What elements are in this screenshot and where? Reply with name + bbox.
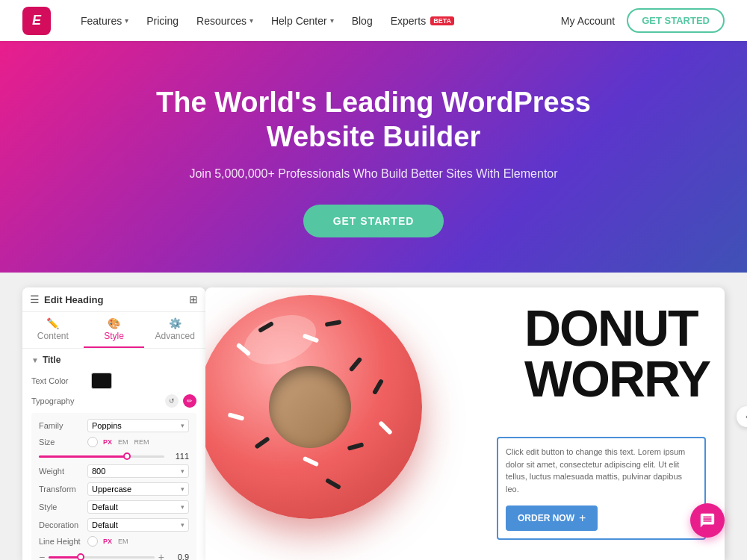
sprinkle-10 [378, 420, 393, 435]
donut-hole [269, 366, 351, 448]
order-now-plus-icon: + [579, 511, 586, 525]
chat-bubble-button[interactable] [690, 503, 725, 538]
tab-style[interactable]: 🎨 Style [84, 312, 145, 348]
transform-select-value: Uppercase [92, 485, 131, 494]
nav-pricing[interactable]: Pricing [139, 10, 186, 31]
line-height-minus-button[interactable]: − [39, 551, 45, 560]
logo[interactable]: E [22, 7, 51, 35]
text-color-label: Text Color [31, 376, 91, 385]
editor-header: ☰ Edit Heading ⊞ [22, 287, 205, 312]
style-tab-icon: 🎨 [108, 317, 120, 329]
order-now-label: ORDER NOW [518, 513, 574, 523]
nav-helpcenter[interactable]: Help Center ▾ [264, 10, 341, 31]
decoration-label: Decoration [39, 520, 87, 529]
donut-text-line2: WORRY [524, 353, 710, 404]
content-tab-label: Content [37, 331, 69, 341]
size-field: Size PX EM REM [39, 437, 189, 447]
line-height-field: Line Height PX EM [39, 536, 189, 547]
nav-resources[interactable]: Resources ▾ [189, 10, 261, 31]
sprinkle-3 [325, 320, 342, 327]
sprinkle-11 [372, 379, 384, 395]
transform-select[interactable]: Uppercase ▾ [87, 482, 189, 496]
nav-experts[interactable]: Experts BETA [383, 10, 462, 31]
line-height-value-display: 0.9 [168, 553, 189, 560]
decoration-value: Default ▾ [87, 518, 189, 532]
transform-field: Transform Uppercase ▾ [39, 482, 189, 496]
content-tab-icon: ✏️ [46, 317, 59, 329]
navbar: E Features ▾ Pricing Resources ▾ Help Ce… [0, 0, 747, 41]
resources-chevron-icon: ▾ [249, 16, 253, 25]
demo-canvas-inner: DONUT WORRY Click edit button to change … [205, 287, 725, 560]
grid-icon[interactable]: ⊞ [189, 293, 198, 305]
helpcenter-chevron-icon: ▾ [330, 16, 334, 25]
blog-label: Blog [352, 15, 373, 27]
text-color-swatch[interactable] [91, 373, 112, 389]
nav-features[interactable]: Features ▾ [73, 10, 136, 31]
order-now-button[interactable]: ORDER NOW + [506, 505, 598, 531]
size-slider[interactable] [39, 455, 164, 458]
family-select[interactable]: Poppins ▾ [87, 419, 189, 432]
my-account-link[interactable]: My Account [561, 15, 615, 27]
line-height-slider-thumb[interactable] [77, 553, 84, 560]
line-height-slider-row: − + 0.9 [39, 551, 189, 560]
size-units: PX EM REM [101, 438, 152, 447]
decoration-select-value: Default [92, 520, 118, 529]
hero-headline: The World's Leading WordPress Website Bu… [112, 86, 635, 154]
chat-icon [699, 512, 716, 529]
demo-canvas: DONUT WORRY Click edit button to change … [205, 287, 725, 560]
style-select[interactable]: Default ▾ [87, 500, 189, 514]
editor-body: ▼ Title Text Color Typography ↺ ✏ [22, 349, 205, 560]
title-section-header: ▼ Title [31, 355, 196, 365]
line-height-controls: PX EM [87, 536, 189, 547]
family-field: Family Poppins ▾ [39, 419, 189, 432]
size-value-display: 111 [168, 452, 189, 461]
nav-blog[interactable]: Blog [344, 10, 380, 31]
transform-value: Uppercase ▾ [87, 482, 189, 496]
line-height-plus-button[interactable]: + [158, 551, 164, 560]
tab-content[interactable]: ✏️ Content [22, 312, 84, 348]
line-height-label: Line Height [39, 537, 87, 546]
style-value: Default ▾ [87, 500, 189, 514]
typography-refresh-icon[interactable]: ↺ [165, 394, 179, 408]
tab-advanced[interactable]: ⚙️ Advanced [144, 312, 205, 348]
experts-badge: BETA [430, 16, 454, 25]
title-collapse-icon[interactable]: ▼ [31, 356, 39, 364]
family-label: Family [39, 421, 87, 430]
typography-edit-icon[interactable]: ✏ [183, 394, 196, 408]
title-section-label: Title [43, 355, 61, 365]
nav-links: Features ▾ Pricing Resources ▾ Help Cent… [73, 10, 561, 31]
nav-right: My Account GET STARTED [561, 8, 725, 33]
style-select-arrow-icon: ▾ [181, 503, 185, 511]
line-height-unit-em[interactable]: EM [116, 537, 131, 546]
style-field: Style Default ▾ [39, 500, 189, 514]
editor-tabs: ✏️ Content 🎨 Style ⚙️ Advanced [22, 312, 205, 349]
typography-row: Typography ↺ ✏ [31, 394, 196, 408]
size-slider-thumb[interactable] [123, 452, 131, 460]
line-height-unit-px[interactable]: PX [101, 537, 114, 546]
hamburger-icon[interactable]: ☰ [30, 293, 40, 305]
weight-select[interactable]: 800 ▾ [87, 464, 189, 478]
sprinkle-12 [325, 478, 341, 490]
get-started-nav-button[interactable]: GET STARTED [627, 8, 725, 33]
sprinkle-6 [228, 412, 245, 420]
typography-label: Typography [31, 396, 91, 405]
size-unit-em[interactable]: EM [116, 438, 131, 447]
advanced-tab-icon: ⚙️ [169, 317, 182, 329]
transform-select-arrow-icon: ▾ [181, 485, 185, 493]
size-unit-rem[interactable]: REM [132, 438, 152, 447]
line-height-slider-fill [49, 556, 80, 559]
style-tab-label: Style [104, 331, 124, 341]
size-slider-row: 111 [39, 452, 189, 461]
decoration-select[interactable]: Default ▾ [87, 518, 189, 532]
sprinkle-8 [303, 456, 319, 467]
line-height-slider[interactable] [49, 556, 155, 559]
hero-section: The World's Leading WordPress Website Bu… [0, 41, 747, 273]
resources-label: Resources [196, 15, 247, 27]
decoration-select-arrow-icon: ▾ [181, 521, 185, 529]
typography-subsection: Family Poppins ▾ Size PX [31, 413, 196, 560]
features-chevron-icon: ▾ [125, 16, 128, 25]
hero-cta-button[interactable]: GET STARTED [303, 205, 444, 237]
text-color-row: Text Color [31, 373, 196, 389]
size-unit-px[interactable]: PX [101, 438, 114, 447]
sprinkle-9 [347, 442, 365, 450]
